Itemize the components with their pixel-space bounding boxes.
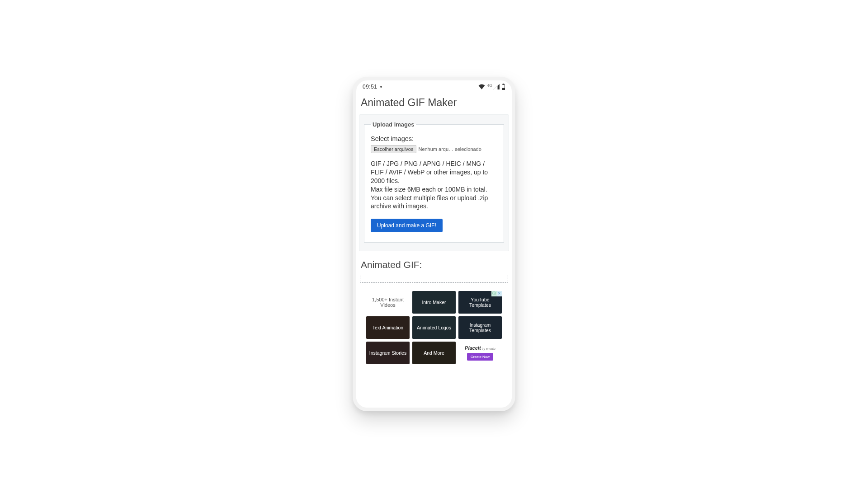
- ad-cell[interactable]: Intro Maker: [412, 291, 456, 314]
- status-dot-icon: [380, 86, 382, 88]
- ad-info-icon[interactable]: ⓘ: [491, 291, 497, 296]
- ad-cell[interactable]: Text Animation: [366, 316, 410, 339]
- battery-icon: [501, 84, 505, 90]
- choose-files-button[interactable]: Escolher arquivos: [371, 145, 416, 153]
- ad-cell[interactable]: Instagram Templates: [458, 316, 502, 339]
- ad-badge: ⓘ ✕: [491, 291, 502, 296]
- upload-submit-button[interactable]: Upload and make a GIF!: [371, 219, 443, 232]
- status-time: 09:51: [363, 84, 377, 90]
- status-right: 4G: [478, 84, 505, 90]
- ad-cell[interactable]: Animated Logos: [412, 316, 456, 339]
- upload-hint-size: Max file size 6MB each or 100MB in total…: [371, 185, 497, 194]
- status-bar: 09:51 4G: [356, 80, 512, 93]
- upload-panel: Upload images Select images: Escolher ar…: [359, 114, 509, 251]
- ad-close-icon[interactable]: ✕: [497, 291, 502, 296]
- output-section-title: Animated GIF:: [359, 251, 509, 275]
- cell-signal-icon: [493, 84, 500, 89]
- ad-cell[interactable]: Instagram Stories: [366, 342, 410, 364]
- screen-content[interactable]: Animated GIF Maker Upload images Select …: [356, 93, 512, 408]
- upload-fieldset: Upload images Select images: Escolher ar…: [364, 121, 504, 243]
- ad-brand-cell[interactable]: Placeit by envato Create Now: [458, 342, 502, 364]
- ad-cta-button[interactable]: Create Now: [467, 353, 493, 361]
- upload-legend: Upload images: [371, 121, 416, 128]
- upload-hint-formats: GIF / JPG / PNG / APNG / HEIC / MNG / FL…: [371, 160, 497, 185]
- phone-mockup: 09:51 4G Animated GIF Maker Upload image…: [353, 77, 515, 411]
- file-input-row: Escolher arquivos Nenhum arqu… seleciona…: [371, 145, 497, 153]
- ad-cell[interactable]: And More: [412, 342, 456, 364]
- status-left: 09:51: [363, 84, 382, 90]
- output-placeholder: [360, 275, 508, 283]
- ad-brand-name: Placeit: [465, 345, 481, 351]
- page-title: Animated GIF Maker: [359, 93, 509, 114]
- ad-brand-by: by envato: [482, 347, 495, 351]
- wifi-icon: [478, 84, 485, 89]
- ad-cell[interactable]: 1,500+ Instant Videos: [366, 291, 410, 314]
- ad-grid: 1,500+ Instant Videos Intro Maker YouTub…: [366, 291, 502, 364]
- upload-hint-multi: You can select multiple files or upload …: [371, 194, 497, 211]
- network-label: 4G: [487, 83, 492, 88]
- ad-block[interactable]: ⓘ ✕ 1,500+ Instant Videos Intro Maker Yo…: [359, 291, 509, 364]
- select-images-label: Select images:: [371, 135, 497, 142]
- file-status-text: Nenhum arqu… selecionado: [416, 146, 481, 152]
